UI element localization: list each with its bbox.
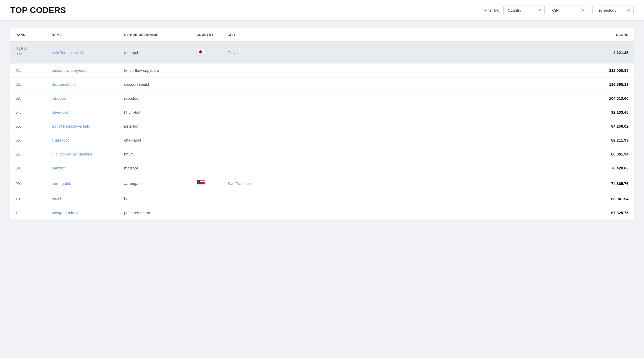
flag-cell	[191, 133, 222, 147]
us-flag-icon	[197, 180, 205, 185]
flag-cell	[191, 175, 222, 192]
score-cell: 212,000.39	[269, 64, 634, 77]
city-cell	[222, 147, 269, 161]
github-cell: chakrabot	[119, 133, 191, 147]
flag-cell	[191, 206, 222, 220]
rank-cell: 08.	[10, 161, 47, 175]
current-user-score: 2,121.35	[269, 42, 634, 64]
name-link[interactable]: postgres-mirror	[52, 211, 78, 215]
city-cell	[222, 133, 269, 147]
github-cell: peterbot	[119, 119, 191, 133]
rank-cell: 03.	[10, 91, 47, 105]
japan-flag-icon	[197, 49, 205, 55]
github-cell: postgres-mirror	[119, 206, 191, 220]
name-link[interactable]: robodoo	[52, 96, 66, 100]
name-cell: postgres-mirror	[47, 206, 119, 220]
rank-cell: 11.	[10, 206, 47, 220]
table-row: 09.aarongableaarongableSan Francisco74,3…	[10, 175, 634, 192]
name-link[interactable]: HipHop Virtual Machine	[52, 152, 92, 156]
name-cell: aarongable	[47, 175, 119, 192]
page-title: TOP CODERS	[10, 5, 66, 15]
table-header: RANK NAME GITHUB USERNAME COUNTRY CITY S…	[10, 28, 634, 42]
flag-cell	[191, 192, 222, 206]
flag-cell	[191, 91, 222, 105]
score-cell: 67,325.75	[269, 206, 634, 220]
github-cell: hhvm	[119, 147, 191, 161]
score-cell: 82,211.99	[269, 133, 634, 147]
score-cell: 74,365.76	[269, 175, 634, 192]
coderbyte-logo-icon	[16, 52, 23, 58]
current-user-flag	[191, 42, 222, 64]
current-user-city-link[interactable]: Tokyo	[228, 50, 238, 55]
main-content: RANK NAME GITHUB USERNAME COUNTRY CITY S…	[0, 21, 644, 228]
name-cell: hhvm-bot	[47, 105, 119, 119]
coder-icon	[16, 51, 23, 59]
filter-label: Filter by:	[484, 8, 499, 12]
score-cell: 80,861.94	[269, 147, 634, 161]
table-row: 06.chakrabotchakrabot82,211.99	[10, 133, 634, 147]
name-cell: HipHop Virtual Machine	[47, 147, 119, 161]
rank-cell: 01.	[10, 64, 47, 77]
score-cell: 68,941.94	[269, 192, 634, 206]
header-bar: TOP CODERS Filter by: Country USA Japan …	[0, 0, 644, 21]
table-row: 05.Bot of PeterDaveHellopeterbot84,256.0…	[10, 119, 634, 133]
current-user-github: y-temp4	[119, 42, 191, 64]
score-cell: 104,013.60	[269, 91, 634, 105]
table-row: 07.HipHop Virtual Machinehhvm80,861.94	[10, 147, 634, 161]
col-header-github: GITHUB USERNAME	[119, 28, 191, 42]
name-link[interactable]: chakrabot	[52, 138, 69, 142]
city-cell	[222, 91, 269, 105]
current-user-rank: 33,513.	[10, 42, 47, 64]
col-header-name: NAME	[47, 28, 119, 42]
country-filter[interactable]: Country USA Japan Germany UK Canada	[503, 5, 545, 15]
name-link[interactable]: matzbot	[52, 166, 65, 170]
score-cell: 116,895.13	[269, 77, 634, 91]
rank-cell: 06.	[10, 133, 47, 147]
name-cell: matzbot	[47, 161, 119, 175]
city-cell	[222, 192, 269, 206]
name-link[interactable]: tensorflow-copybara	[52, 68, 87, 73]
technology-filter[interactable]: Technology JavaScript Python Ruby Go	[592, 5, 634, 15]
table-row: 08.matzbotmatzbot76,428.66	[10, 161, 634, 175]
city-cell	[222, 161, 269, 175]
current-user-row: 33,513. Yuki Terashima (You)	[10, 42, 634, 64]
name-cell: Bot of PeterDaveHello	[47, 119, 119, 133]
city-cell	[222, 64, 269, 77]
city-link[interactable]: San Francisco	[228, 181, 252, 186]
rank-cell: 02.	[10, 77, 47, 91]
flag-cell	[191, 119, 222, 133]
table-row: 02.discoursebuilddiscoursebuild116,895.1…	[10, 77, 634, 91]
rank-cell: 09.	[10, 175, 47, 192]
name-link[interactable]: bazel	[52, 197, 61, 201]
current-user-city: Tokyo	[222, 42, 269, 64]
name-link[interactable]: discoursebuild	[52, 82, 77, 87]
table-row: 01.tensorflow-copybaratensorflow-copybar…	[10, 64, 634, 77]
name-cell: tensorflow-copybara	[47, 64, 119, 77]
github-cell: tensorflow-copybara	[119, 64, 191, 77]
name-link[interactable]: aarongable	[52, 181, 71, 186]
rank-cell: 07.	[10, 147, 47, 161]
name-cell: robodoo	[47, 91, 119, 105]
name-link[interactable]: hhvm-bot	[52, 110, 68, 114]
github-cell: discoursebuild	[119, 77, 191, 91]
current-user-name-link[interactable]: Yuki Terashima	[52, 50, 78, 55]
table-row: 03.robodoorobodoo104,013.60	[10, 91, 634, 105]
github-cell: aarongable	[119, 175, 191, 192]
score-cell: 76,428.66	[269, 161, 634, 175]
github-cell: hhvm-bot	[119, 105, 191, 119]
flag-cell	[191, 147, 222, 161]
flag-cell	[191, 161, 222, 175]
name-link[interactable]: Bot of PeterDaveHello	[52, 124, 90, 128]
flag-cell	[191, 64, 222, 77]
name-cell: bazel	[47, 192, 119, 206]
table-row: 04.hhvm-bothhvm-bot92,103.48	[10, 105, 634, 119]
city-filter[interactable]: City San Francisco Tokyo New York London	[548, 5, 589, 15]
name-cell: discoursebuild	[47, 77, 119, 91]
filter-section: Filter by: Country USA Japan Germany UK …	[484, 5, 634, 15]
rank-cell: 04.	[10, 105, 47, 119]
rank-cell: 10.	[10, 192, 47, 206]
col-header-score: SCORE	[269, 28, 634, 42]
github-cell: robodoo	[119, 91, 191, 105]
city-cell	[222, 206, 269, 220]
score-cell: 84,256.02	[269, 119, 634, 133]
